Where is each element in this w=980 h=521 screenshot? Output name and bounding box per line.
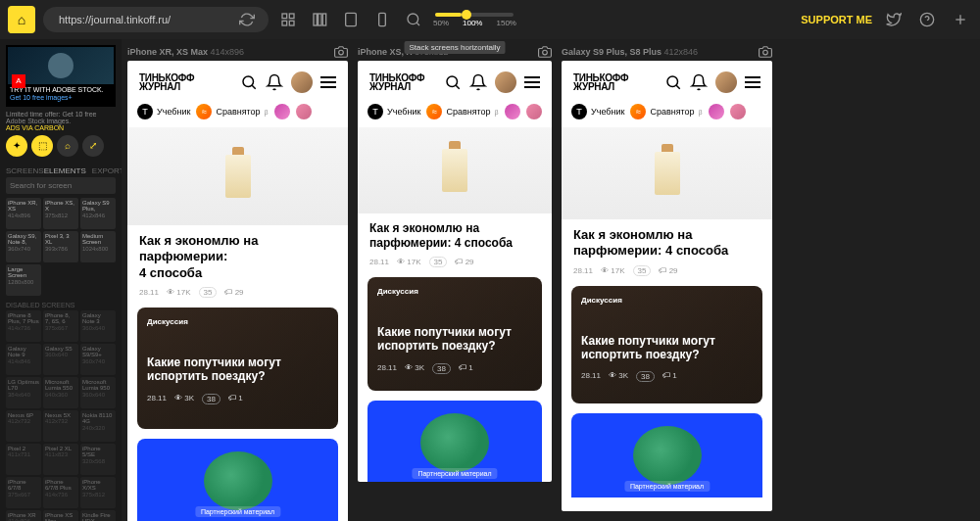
zoom-100[interactable]: 100% <box>463 19 482 27</box>
device-frame[interactable]: ТИНЬКОФФЖУРНАЛ ТУчебник ≈Сравняторβ Как … <box>562 61 772 511</box>
screen-chip-disabled[interactable]: Galaxy Note 9414x846 <box>6 344 41 375</box>
screen-chip[interactable]: Pixel 3, 3 XL393x786 <box>43 231 78 262</box>
screen-chip-disabled[interactable]: Nexus 5X412x732 <box>43 410 78 442</box>
site-search-icon[interactable] <box>664 73 682 91</box>
tool-expand[interactable]: ⤢ <box>82 135 104 157</box>
screen-chip[interactable]: Medium Screen1024x800 <box>80 231 116 262</box>
site-search-icon[interactable] <box>444 73 462 91</box>
device-frame[interactable]: ТИНЬКОФФЖУРНАЛ ТУчебник ≈Сравняторβ Как … <box>358 61 552 482</box>
nav-uchebnik[interactable]: ТУчебник <box>137 104 190 119</box>
card2[interactable]: Дискуссия Какие попутчики могутиспортить… <box>137 308 338 429</box>
site-bell-icon[interactable] <box>469 73 487 91</box>
reload-icon[interactable] <box>235 8 259 31</box>
zoom-150[interactable]: 150% <box>496 19 515 27</box>
site-search-icon[interactable] <box>240 73 258 91</box>
ad-via[interactable]: ADS VIA CARBON <box>6 124 64 131</box>
screen-chip-disabled[interactable]: Kindle Fire HDX800x1280 <box>80 510 116 521</box>
tool-pointer[interactable]: ✦ <box>6 135 27 157</box>
ad-cta[interactable]: Get 10 free images+ <box>10 94 112 102</box>
card1-title[interactable]: Как я экономлю на парфюмерии: 4 способа <box>573 227 760 260</box>
screen-chip[interactable]: iPhone XS, X375x812 <box>43 198 78 229</box>
support-link[interactable]: SUPPORT ME <box>801 14 872 25</box>
tab-export[interactable]: Export/Import <box>92 166 122 175</box>
site-logo[interactable]: ТИНЬКОФФЖУРНАЛ <box>369 73 424 92</box>
site-logo[interactable]: ТИНЬКОФФЖУРНАЛ <box>573 73 628 92</box>
nav-avatar-2[interactable] <box>296 104 312 119</box>
card1-image[interactable] <box>358 127 552 213</box>
screen-chip-disabled[interactable]: Microsoft Lumia 950360x640 <box>80 377 116 408</box>
carbon-ad[interactable]: A TRY IT WITH ADOBE STOCK. Get 10 free i… <box>6 45 116 107</box>
zoom-slider[interactable] <box>435 13 514 17</box>
device-frame[interactable]: ТИНЬКОФФЖУРНАЛ ТУчебник ≈Сравняторβ Как … <box>127 61 348 521</box>
search-icon[interactable] <box>402 8 425 31</box>
site-menu-icon[interactable] <box>745 76 760 88</box>
card1-image[interactable] <box>562 127 772 219</box>
nav-avatar-1[interactable] <box>274 104 290 119</box>
screen-chip-disabled[interactable]: Pixel 2 XL411x823 <box>43 444 78 475</box>
zoom-50[interactable]: 50% <box>433 19 449 27</box>
screen-chip-disabled[interactable]: LG Optimus L70384x640 <box>6 377 41 408</box>
site-logo[interactable]: ТИНЬКОФФЖУРНАЛ <box>139 73 194 92</box>
screen-chip-disabled[interactable]: iPhone XS Max414x896 <box>43 510 78 521</box>
phone-icon[interactable] <box>370 8 394 31</box>
nav-uchebnik[interactable]: ТУчебник <box>571 104 624 119</box>
site-bell-icon[interactable] <box>266 73 283 91</box>
screen-chip-disabled[interactable]: iPhone X/XS375x812 <box>80 477 116 508</box>
card3[interactable]: Партнерский материал <box>571 413 762 497</box>
url-bar[interactable] <box>43 7 269 32</box>
app-logo[interactable]: ⌂ <box>8 6 35 33</box>
tablet-icon[interactable] <box>339 8 363 31</box>
tab-elements[interactable]: Elements <box>44 166 86 175</box>
screen-chip[interactable]: Large Screen1280x800 <box>6 264 41 296</box>
screen-chip-disabled[interactable]: iPhone 6/7/8375x667 <box>6 477 41 508</box>
site-avatar[interactable] <box>715 71 737 93</box>
columns-icon[interactable] <box>308 8 331 31</box>
url-input[interactable] <box>59 14 229 25</box>
nav-avatar-2[interactable] <box>526 104 542 119</box>
screenshot-icon[interactable] <box>334 45 348 59</box>
screen-chip-disabled[interactable]: Galaxy Note 3360x640 <box>80 310 116 342</box>
screen-chip[interactable]: iPhone XR, XS414x896 <box>6 198 41 229</box>
card1-title[interactable]: Как я экономлю на парфюмерии:4 способа <box>139 233 336 281</box>
screen-chip-disabled[interactable]: iPhone XR414x896 <box>6 510 41 521</box>
screen-chip[interactable]: Galaxy S9 Plus,412x846 <box>80 198 116 229</box>
add-icon[interactable] <box>949 8 972 31</box>
screen-chip-disabled[interactable]: iPhone 8, 7, 6S, 6375x667 <box>43 310 78 342</box>
site-bell-icon[interactable] <box>690 73 708 91</box>
card3[interactable]: Партнерский материал <box>368 401 542 482</box>
screen-search-input[interactable] <box>6 177 116 194</box>
screen-chip-disabled[interactable]: Microsoft Lumia 550640x360 <box>43 377 78 408</box>
card1-image[interactable] <box>127 127 348 225</box>
nav-avatar-1[interactable] <box>709 104 724 119</box>
nav-sravnyator[interactable]: ≈Сравняторβ <box>630 104 702 119</box>
tool-inspect[interactable]: ⬚ <box>31 135 53 157</box>
screen-chip-disabled[interactable]: iPhone 6/7/8 Plus414x736 <box>43 477 78 508</box>
screen-chip-disabled[interactable]: iPhone 5/SE320x568 <box>80 444 116 475</box>
site-menu-icon[interactable] <box>524 76 540 88</box>
card1-title[interactable]: Как я экономлю на парфюмерии: 4 способа <box>369 221 540 251</box>
screen-chip-disabled[interactable]: Pixel 2411x731 <box>6 444 41 475</box>
nav-avatar-1[interactable] <box>505 104 520 119</box>
site-menu-icon[interactable] <box>320 76 336 88</box>
screen-chip-disabled[interactable]: Galaxy S9/S9+360x740 <box>80 344 116 375</box>
grid-icon[interactable] <box>276 8 300 31</box>
card3[interactable]: Партнерский материал <box>137 439 338 521</box>
nav-avatar-2[interactable] <box>730 104 746 119</box>
screen-chip-disabled[interactable]: Nokia 8110 4G240x320 <box>80 410 116 442</box>
tool-search[interactable]: ⌕ <box>57 135 78 157</box>
site-avatar[interactable] <box>495 71 516 93</box>
card2[interactable]: Дискуссия Какие попутчики могутиспортить… <box>571 286 762 403</box>
screen-chip-disabled[interactable]: Galaxy S5360x640 <box>43 344 78 375</box>
screenshot-icon[interactable] <box>538 45 552 59</box>
screenshot-icon[interactable] <box>759 45 772 59</box>
site-avatar[interactable] <box>291 71 313 93</box>
card2[interactable]: Дискуссия Какие попутчики могутиспортить… <box>368 277 542 391</box>
nav-uchebnik[interactable]: ТУчебник <box>368 104 420 119</box>
screen-chip-disabled[interactable]: Nexus 6P412x732 <box>6 410 41 442</box>
twitter-icon[interactable] <box>882 8 906 31</box>
nav-sravnyator[interactable]: ≈Сравняторβ <box>196 104 268 119</box>
help-icon[interactable] <box>915 8 939 31</box>
screen-chip[interactable]: Galaxy S9, Note 8,360x740 <box>6 231 41 262</box>
screen-chip-disabled[interactable]: iPhone 8 Plus, 7 Plus414x736 <box>6 310 41 342</box>
nav-sravnyator[interactable]: ≈Сравняторβ <box>426 104 498 119</box>
